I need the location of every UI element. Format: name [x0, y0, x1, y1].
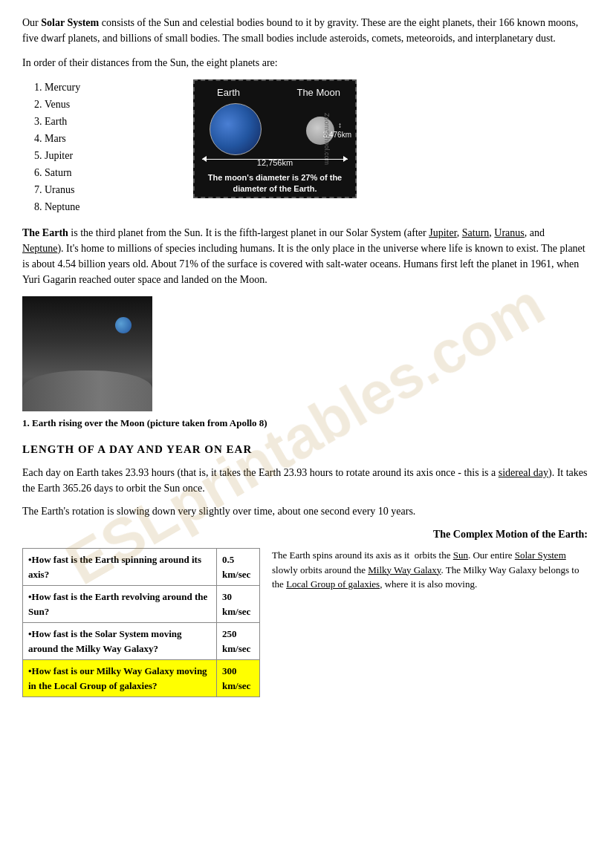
table-cell-answer: 300km/sec [217, 660, 260, 697]
table-cell-answer: 250km/sec [217, 623, 260, 660]
earth-circle [210, 103, 262, 155]
table-cell-answer: 30km/sec [217, 586, 260, 623]
solar-system-bold: Solar System [41, 17, 99, 28]
complex-motion-header: The Complex Motion of the Earth: [22, 526, 588, 542]
list-item: Mars [45, 131, 119, 146]
photo-caption: 1. Earth rising over the Moon (picture t… [22, 416, 588, 431]
neptune-link[interactable]: Neptune [22, 243, 57, 254]
table-row: •How fast is the Earth revolving around … [23, 586, 260, 623]
sidereal-day-link[interactable]: sidereal day [499, 467, 548, 478]
table-cell-question: •How fast is our Milky Way Galaxy moving… [23, 660, 217, 697]
milky-way-link[interactable]: Milky Way Galaxy [368, 564, 441, 575]
table-cell-question: •How fast is the Solar System moving aro… [23, 623, 217, 660]
solar-system-link[interactable]: Solar System [515, 549, 566, 561]
earth-in-photo [115, 317, 132, 333]
jupiter-link[interactable]: Jupiter [429, 227, 457, 238]
saturn-link[interactable]: Saturn [462, 227, 490, 238]
day-year-heading: LENGTH OF A DAY AND YEAR ON EAR [22, 441, 588, 458]
earth-paragraph: The Earth is the third planet from the S… [22, 225, 588, 287]
moon-label: The Moon [296, 85, 340, 100]
intro-paragraph: Our Solar System consists of the Sun and… [22, 15, 588, 46]
day-year-para2: The Earth's rotation is slowing down ver… [22, 503, 588, 519]
motion-table: •How fast is the Earth spinning around i… [22, 548, 260, 697]
the-earth-bold: The Earth [22, 227, 68, 238]
table-cell-question: •How fast is the Earth revolving around … [23, 586, 217, 623]
motion-description: The Earth spins around its axis as it or… [272, 548, 588, 697]
planet-list-container: Mercury Venus Earth Mars Jupiter Saturn … [22, 79, 119, 216]
sun-link[interactable]: Sun [453, 549, 468, 561]
planet-ordered-list: Mercury Venus Earth Mars Jupiter Saturn … [22, 79, 119, 215]
earth-label: Earth [217, 85, 240, 100]
list-item: Earth [45, 114, 119, 129]
moon-surface [22, 371, 152, 411]
earth-moon-diagram: Earth The Moon ↕ 3,476km 12,756km The mo… [193, 79, 357, 198]
table-row: •How fast is our Milky Way Galaxy moving… [23, 660, 260, 697]
moon-photo [22, 296, 152, 411]
planets-intro: In order of their distances from the Sun… [22, 55, 588, 71]
complex-motion-layout: •How fast is the Earth spinning around i… [22, 548, 588, 697]
list-item: Neptune [45, 199, 119, 215]
day-year-para1: Each day on Earth takes 23.93 hours (tha… [22, 465, 588, 496]
list-item: Saturn [45, 165, 119, 180]
planets-and-image: Mercury Venus Earth Mars Jupiter Saturn … [22, 79, 588, 216]
list-item: Mercury [45, 79, 119, 95]
complex-motion-section: The Complex Motion of the Earth: •How fa… [22, 526, 588, 697]
table-cell-answer: 0.5km/sec [217, 549, 260, 586]
list-item: Venus [45, 97, 119, 112]
moon-diameter-text: The moon's diameter is 27% of the diamet… [198, 172, 352, 194]
table-row: •How fast is the Solar System moving aro… [23, 623, 260, 660]
table-cell-question: •How fast is the Earth spinning around i… [23, 549, 217, 586]
list-item: Jupiter [45, 148, 119, 163]
uranus-link[interactable]: Uranus [494, 227, 524, 238]
earth-size-label: 12,756km [257, 157, 293, 169]
zoom-school-watermark: ZoomSchool.com [321, 113, 331, 165]
table-row: •How fast is the Earth spinning around i… [23, 549, 260, 586]
list-item: Uranus [45, 182, 119, 198]
local-group-link[interactable]: Local Group of galaxies [286, 578, 380, 590]
